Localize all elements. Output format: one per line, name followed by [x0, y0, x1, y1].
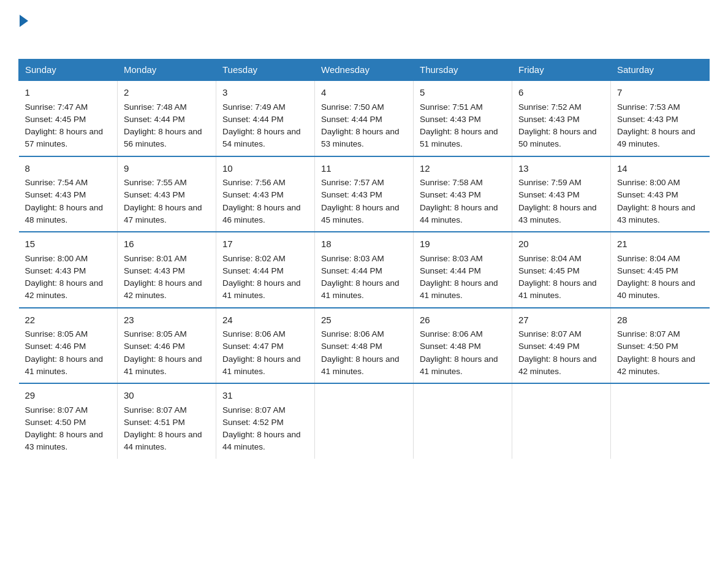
sunrise-label: Sunrise: 8:05 AM [25, 329, 88, 339]
calendar-day-cell: 19 Sunrise: 8:03 AM Sunset: 4:44 PM Dayl… [414, 232, 512, 308]
calendar-day-cell [611, 383, 710, 459]
sunset-label: Sunset: 4:43 PM [617, 190, 678, 199]
day-number: 27 [518, 313, 604, 327]
day-number: 17 [222, 237, 308, 251]
sunset-label: Sunset: 4:43 PM [420, 115, 481, 124]
daylight-label: Daylight: 8 hours and 42 minutes. [518, 354, 597, 376]
calendar-day-cell: 29 Sunrise: 8:07 AM Sunset: 4:50 PM Dayl… [19, 383, 118, 459]
day-number: 22 [25, 313, 112, 327]
sunrise-label: Sunrise: 8:07 AM [222, 405, 286, 415]
sunrise-label: Sunrise: 7:53 AM [617, 102, 680, 112]
day-of-week-header: Saturday [611, 59, 710, 81]
daylight-label: Daylight: 8 hours and 41 minutes. [25, 354, 104, 376]
calendar-day-cell: 31 Sunrise: 8:07 AM Sunset: 4:52 PM Dayl… [216, 383, 315, 459]
sunrise-label: Sunrise: 8:04 AM [617, 254, 680, 263]
day-number: 19 [420, 237, 506, 251]
sunset-label: Sunset: 4:43 PM [518, 115, 580, 124]
sunset-label: Sunset: 4:50 PM [617, 342, 678, 351]
calendar-day-cell: 10 Sunrise: 7:56 AM Sunset: 4:43 PM Dayl… [216, 156, 315, 232]
sunset-label: Sunset: 4:45 PM [518, 266, 580, 275]
sunrise-label: Sunrise: 7:47 AM [25, 102, 88, 112]
calendar-day-cell: 26 Sunrise: 8:06 AM Sunset: 4:48 PM Dayl… [414, 308, 512, 384]
day-number: 8 [25, 162, 112, 176]
calendar-day-cell: 6 Sunrise: 7:52 AM Sunset: 4:43 PM Dayli… [512, 80, 611, 156]
daylight-label: Daylight: 8 hours and 41 minutes. [420, 278, 498, 300]
sunset-label: Sunset: 4:45 PM [25, 115, 86, 124]
day-number: 25 [321, 313, 407, 327]
calendar-day-cell: 5 Sunrise: 7:51 AM Sunset: 4:43 PM Dayli… [414, 80, 512, 156]
daylight-label: Daylight: 8 hours and 44 minutes. [420, 203, 498, 224]
calendar-day-cell: 18 Sunrise: 8:03 AM Sunset: 4:44 PM Dayl… [315, 232, 414, 308]
day-number: 12 [420, 162, 506, 176]
day-number: 6 [518, 86, 604, 100]
calendar-body: 1 Sunrise: 7:47 AM Sunset: 4:45 PM Dayli… [19, 80, 710, 459]
day-of-week-header: Monday [118, 59, 216, 81]
page-header [18, 12, 710, 47]
calendar-day-cell: 17 Sunrise: 8:02 AM Sunset: 4:44 PM Dayl… [216, 232, 315, 308]
day-number: 23 [124, 313, 210, 327]
calendar-day-cell: 15 Sunrise: 8:00 AM Sunset: 4:43 PM Dayl… [19, 232, 118, 308]
daylight-label: Daylight: 8 hours and 57 minutes. [25, 127, 104, 148]
daylight-label: Daylight: 8 hours and 50 minutes. [518, 127, 597, 148]
sunset-label: Sunset: 4:44 PM [420, 266, 481, 275]
day-number: 31 [222, 389, 308, 403]
sunrise-label: Sunrise: 8:03 AM [321, 254, 384, 263]
sunset-label: Sunset: 4:48 PM [321, 342, 382, 351]
calendar-week-row: 1 Sunrise: 7:47 AM Sunset: 4:45 PM Dayli… [19, 80, 710, 156]
sunset-label: Sunset: 4:46 PM [124, 342, 185, 351]
calendar-day-cell: 30 Sunrise: 8:07 AM Sunset: 4:51 PM Dayl… [118, 383, 216, 459]
daylight-label: Daylight: 8 hours and 42 minutes. [617, 354, 696, 376]
calendar-day-cell: 13 Sunrise: 7:59 AM Sunset: 4:43 PM Dayl… [512, 156, 611, 232]
sunrise-label: Sunrise: 7:54 AM [25, 178, 88, 187]
logo [18, 12, 28, 47]
daylight-label: Daylight: 8 hours and 43 minutes. [25, 430, 104, 451]
day-number: 21 [617, 237, 703, 251]
calendar-day-cell: 11 Sunrise: 7:57 AM Sunset: 4:43 PM Dayl… [315, 156, 414, 232]
day-number: 3 [222, 86, 308, 100]
calendar-day-cell: 3 Sunrise: 7:49 AM Sunset: 4:44 PM Dayli… [216, 80, 315, 156]
sunset-label: Sunset: 4:50 PM [25, 418, 86, 427]
day-of-week-header: Wednesday [315, 59, 414, 81]
calendar-day-cell: 1 Sunrise: 7:47 AM Sunset: 4:45 PM Dayli… [19, 80, 118, 156]
calendar-week-row: 15 Sunrise: 8:00 AM Sunset: 4:43 PM Dayl… [19, 232, 710, 308]
daylight-label: Daylight: 8 hours and 41 minutes. [321, 354, 400, 376]
sunrise-label: Sunrise: 7:48 AM [124, 102, 187, 112]
day-of-week-header: Friday [512, 59, 611, 81]
daylight-label: Daylight: 8 hours and 44 minutes. [124, 430, 202, 451]
daylight-label: Daylight: 8 hours and 47 minutes. [124, 203, 202, 224]
sunset-label: Sunset: 4:43 PM [124, 190, 185, 199]
calendar-day-cell: 28 Sunrise: 8:07 AM Sunset: 4:50 PM Dayl… [611, 308, 710, 384]
sunset-label: Sunset: 4:44 PM [321, 266, 382, 275]
daylight-label: Daylight: 8 hours and 53 minutes. [321, 127, 400, 148]
day-number: 16 [124, 237, 210, 251]
daylight-label: Daylight: 8 hours and 45 minutes. [321, 203, 400, 224]
sunset-label: Sunset: 4:43 PM [518, 190, 580, 199]
day-number: 9 [124, 162, 210, 176]
calendar-day-cell: 23 Sunrise: 8:05 AM Sunset: 4:46 PM Dayl… [118, 308, 216, 384]
sunrise-label: Sunrise: 7:55 AM [124, 178, 187, 187]
day-of-week-header: Tuesday [216, 59, 315, 81]
daylight-label: Daylight: 8 hours and 51 minutes. [420, 127, 498, 148]
sunset-label: Sunset: 4:44 PM [222, 115, 284, 124]
daylight-label: Daylight: 8 hours and 48 minutes. [25, 203, 104, 224]
sunrise-label: Sunrise: 8:07 AM [124, 405, 187, 415]
daylight-label: Daylight: 8 hours and 41 minutes. [222, 354, 301, 376]
sunset-label: Sunset: 4:49 PM [518, 342, 580, 351]
sunset-label: Sunset: 4:44 PM [321, 115, 382, 124]
sunrise-label: Sunrise: 8:06 AM [222, 329, 286, 339]
day-number: 15 [25, 237, 112, 251]
sunset-label: Sunset: 4:44 PM [222, 266, 284, 275]
daylight-label: Daylight: 8 hours and 43 minutes. [617, 203, 696, 224]
sunrise-label: Sunrise: 7:49 AM [222, 102, 286, 112]
sunrise-label: Sunrise: 8:04 AM [518, 254, 582, 263]
day-number: 20 [518, 237, 604, 251]
daylight-label: Daylight: 8 hours and 40 minutes. [617, 278, 696, 300]
calendar-week-row: 29 Sunrise: 8:07 AM Sunset: 4:50 PM Dayl… [19, 383, 710, 459]
calendar-day-cell: 27 Sunrise: 8:07 AM Sunset: 4:49 PM Dayl… [512, 308, 611, 384]
daylight-label: Daylight: 8 hours and 41 minutes. [124, 354, 202, 376]
sunset-label: Sunset: 4:52 PM [222, 418, 284, 427]
day-number: 1 [25, 86, 112, 100]
sunset-label: Sunset: 4:43 PM [124, 266, 185, 275]
calendar-day-cell: 7 Sunrise: 7:53 AM Sunset: 4:43 PM Dayli… [611, 80, 710, 156]
calendar-week-row: 8 Sunrise: 7:54 AM Sunset: 4:43 PM Dayli… [19, 156, 710, 232]
